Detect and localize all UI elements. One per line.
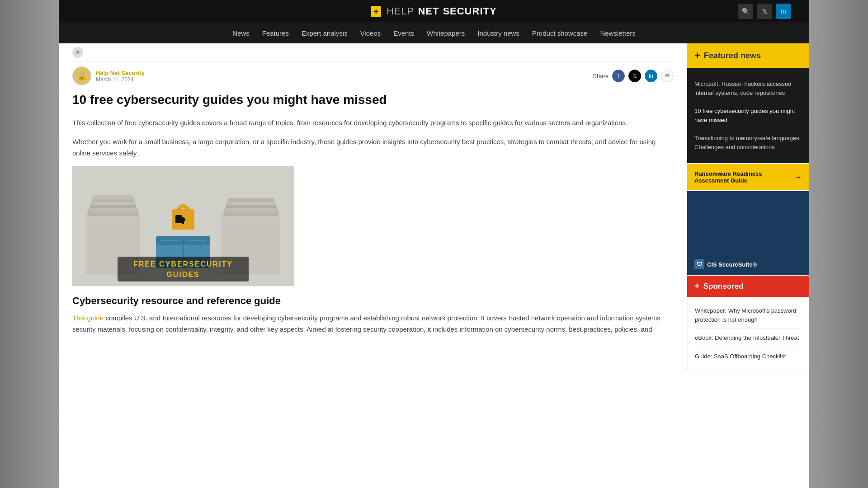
nav-item-newsletters[interactable]: Newsletters xyxy=(600,29,635,37)
nav-item-events[interactable]: Events xyxy=(393,29,414,37)
share-row: Share f 𝕏 in ✉ xyxy=(593,70,674,82)
close-bar: ✕ xyxy=(72,43,674,62)
article-title: 10 free cybersecurity guides you might h… xyxy=(72,92,674,108)
featured-plus-icon: + xyxy=(694,50,700,61)
article-paragraph-3-text: compiles U.S. and International resource… xyxy=(72,314,660,333)
linkedin-button[interactable]: in xyxy=(776,4,791,19)
sponsored-item-1[interactable]: Whitepaper: Why Microsoft's password pro… xyxy=(695,302,802,329)
twitter-x-button[interactable]: 𝕏 xyxy=(757,4,772,19)
nav-item-product-showcase[interactable]: Product showcase xyxy=(532,29,588,37)
svg-rect-22 xyxy=(182,221,184,224)
author-date: March 11, 2024 xyxy=(96,76,145,83)
this-guide-link[interactable]: This guide xyxy=(72,314,104,322)
right-gutter xyxy=(809,0,868,488)
article-paragraph-3: This guide compiles U.S. and Internation… xyxy=(72,312,674,335)
nav-item-expert-analysis[interactable]: Expert analysis xyxy=(302,29,348,37)
featured-item-3[interactable]: Transitioning to memory-safe languages: … xyxy=(694,129,802,156)
main-nav: News Features Expert analysis Videos Eve… xyxy=(59,23,809,43)
logo-plus-icon: + xyxy=(371,6,381,17)
logo-security: SECURITY xyxy=(443,5,496,17)
featured-items-list: Microsoft: Russian hackers accessed inte… xyxy=(687,68,809,163)
article-body: This collection of free cybersecurity gu… xyxy=(72,117,674,159)
sponsored-header: + Sponsored xyxy=(687,276,809,297)
left-gutter xyxy=(0,0,59,488)
nav-item-industry-news[interactable]: Industry news xyxy=(477,29,519,37)
article-body-2: This guide compiles U.S. and Internation… xyxy=(72,312,674,335)
svg-rect-7 xyxy=(93,195,133,200)
cis-label: CIS SecureSuite® xyxy=(707,261,757,268)
sponsored-title: Sponsored xyxy=(703,282,744,291)
svg-rect-20 xyxy=(175,215,182,223)
nav-item-features[interactable]: Features xyxy=(262,29,289,37)
article-paragraph-1: This collection of free cybersecurity gu… xyxy=(72,117,674,129)
article-image: FREE CYBERSECURITY GUIDES xyxy=(72,166,294,286)
svg-text:FREE CYBERSECURITY: FREE CYBERSECURITY xyxy=(133,260,233,268)
svg-rect-13 xyxy=(228,198,274,202)
featured-item-2[interactable]: 10 free cybersecurity guides you might h… xyxy=(694,102,802,129)
logo-net: NET xyxy=(418,5,439,17)
article-area: ✕ 🔒 Help Net Security March 11, 2024 Sha… xyxy=(59,43,687,488)
article-image-svg: FREE CYBERSECURITY GUIDES xyxy=(72,166,294,286)
section-heading: Cybersecurity resource and reference gui… xyxy=(72,295,674,307)
ad-banner[interactable]: 🛡 CIS SecureSuite® xyxy=(687,191,809,275)
ransomware-text: Ransomware Readiness Assessment Guide xyxy=(694,170,794,184)
nav-item-whitepapers[interactable]: Whitepapers xyxy=(427,29,465,37)
linkedin-share-button[interactable]: in xyxy=(645,70,657,82)
nav-item-news[interactable]: News xyxy=(232,29,250,37)
twitter-share-button[interactable]: 𝕏 xyxy=(628,70,641,82)
share-label: Share xyxy=(593,73,609,80)
featured-header: + Featured news xyxy=(687,43,809,68)
logo-help: HELP xyxy=(387,5,414,17)
nav-item-videos[interactable]: Videos xyxy=(360,29,381,37)
facebook-share-button[interactable]: f xyxy=(612,70,625,82)
author-details: Help Net Security March 11, 2024 xyxy=(96,70,145,83)
sponsored-plus-icon: + xyxy=(694,281,700,291)
author-info: 🔒 Help Net Security March 11, 2024 xyxy=(72,66,145,85)
sidebar: + Featured news Microsoft: Russian hacke… xyxy=(687,43,809,488)
featured-label: Featured news xyxy=(704,51,761,61)
site-logo[interactable]: + HELPNETSECURITY xyxy=(371,5,496,17)
ransomware-box[interactable]: Ransomware Readiness Assessment Guide → xyxy=(687,164,809,190)
cis-shield-icon: 🛡 xyxy=(694,259,704,269)
featured-item-1[interactable]: Microsoft: Russian hackers accessed inte… xyxy=(694,75,802,102)
article-paragraph-2: Whether you work for a small business, a… xyxy=(72,136,674,159)
header-icons: 🔍 𝕏 in xyxy=(738,4,791,19)
sponsored-items-list: Whitepaper: Why Microsoft's password pro… xyxy=(687,297,809,370)
email-share-button[interactable]: ✉ xyxy=(661,70,674,82)
sponsored-item-2[interactable]: eBook: Defending the Infostealer Threat xyxy=(695,329,802,347)
content-row: ✕ 🔒 Help Net Security March 11, 2024 Sha… xyxy=(59,43,809,488)
sponsored-item-3[interactable]: Guide: SaaS Offboarding Checklist xyxy=(695,347,802,366)
author-row: 🔒 Help Net Security March 11, 2024 Share… xyxy=(72,66,674,85)
svg-text:GUIDES: GUIDES xyxy=(166,271,199,278)
author-avatar: 🔒 xyxy=(72,66,91,85)
author-name[interactable]: Help Net Security xyxy=(96,70,145,76)
ransomware-arrow-icon: → xyxy=(794,173,802,182)
site-header: + HELPNETSECURITY 🔍 𝕏 in xyxy=(59,0,809,23)
cis-logo: 🛡 CIS SecureSuite® xyxy=(694,259,757,269)
close-button[interactable]: ✕ xyxy=(72,47,83,58)
search-button[interactable]: 🔍 xyxy=(738,4,753,19)
